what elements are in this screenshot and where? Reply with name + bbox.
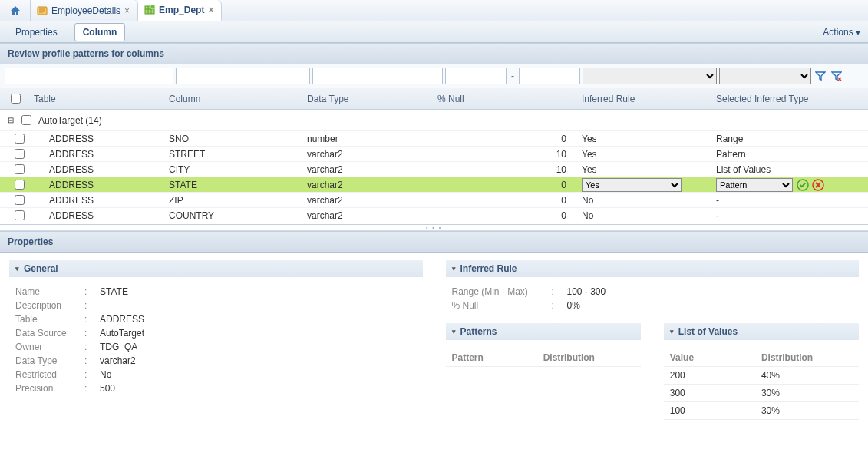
cell-inferred: Yes <box>582 164 597 175</box>
cell-column: ZIP <box>169 195 307 206</box>
filter-null-low-input[interactable] <box>445 68 507 84</box>
col-header-table[interactable]: Table <box>31 94 169 104</box>
table-row[interactable]: ADDRESSSTREETvarchar210YesPattern <box>0 146 868 161</box>
label-restricted: Restricted <box>15 369 84 380</box>
label-table: Table <box>15 314 84 325</box>
cell-inferred: No <box>582 210 593 221</box>
col-header-selected[interactable]: Selected Inferred Type <box>710 94 833 104</box>
cell-selected: Pattern <box>716 149 746 160</box>
row-checkbox[interactable] <box>15 164 25 174</box>
row-checkbox[interactable] <box>15 149 25 159</box>
col-header-column[interactable]: Column <box>169 94 307 104</box>
cell-column: COUNTRY <box>169 210 307 221</box>
label-range: Range (Min - Max) <box>452 286 552 297</box>
cell-null: 0 <box>437 195 576 206</box>
cell-dtype: number <box>307 134 437 144</box>
close-icon[interactable]: × <box>124 5 130 16</box>
table-row[interactable]: ADDRESSSNOnumber0YesRange <box>0 130 868 146</box>
cell-selected: - <box>716 195 719 206</box>
home-button[interactable] <box>0 0 31 21</box>
cell-dtype: varchar2 <box>307 195 437 206</box>
actions-menu[interactable]: Actions ▾ <box>823 27 860 38</box>
col-value: Value <box>670 352 761 363</box>
filter-inferred-select[interactable] <box>583 68 717 84</box>
col-pattern: Pattern <box>452 352 543 363</box>
filter-row: - <box>0 64 868 88</box>
splitter-handle[interactable]: • • • <box>0 225 868 231</box>
lov-row: 30030% <box>664 385 859 402</box>
table-row[interactable]: ADDRESSCOUNTRYvarchar20No- <box>0 207 868 223</box>
properties-body: General Name:STATE Description: Table:AD… <box>0 253 868 435</box>
subtab-properties[interactable]: Properties <box>8 24 65 41</box>
value-table: ADDRESS <box>100 314 144 325</box>
col-header-null[interactable]: % Null <box>437 94 576 104</box>
label-precision: Precision <box>15 383 84 394</box>
cell-table: ADDRESS <box>31 149 169 160</box>
row-checkbox[interactable] <box>15 180 25 190</box>
lov-row: 10030% <box>664 402 859 420</box>
general-panel-title[interactable]: General <box>9 260 423 277</box>
inferred-rule-select[interactable]: Yes <box>582 178 682 192</box>
cell-inferred: Yes <box>582 149 597 160</box>
value-precision: 500 <box>100 383 115 394</box>
filter-icon[interactable] <box>814 69 827 83</box>
filter-null-high-input[interactable] <box>519 68 580 84</box>
cell-dtype: varchar2 <box>307 210 437 221</box>
table-row[interactable]: ADDRESSZIPvarchar20No- <box>0 192 868 207</box>
value-pnull: 0% <box>567 300 580 311</box>
grid-body[interactable]: ⊟ AutoTarget (14) ADDRESSSNOnumber0YesRa… <box>0 110 868 225</box>
cell-column: STATE <box>169 180 307 190</box>
table-row[interactable]: ADDRESSSTATEvarchar20YesPattern <box>0 177 868 192</box>
col-header-inferred[interactable]: Inferred Rule <box>576 94 710 104</box>
group-checkbox[interactable] <box>21 115 31 125</box>
cancel-icon[interactable] <box>811 178 825 192</box>
filter-dtype-input[interactable] <box>312 68 443 84</box>
lov-panel-title[interactable]: List of Values <box>664 323 859 340</box>
tab-employee-details[interactable]: EmployeeDetails × <box>31 0 138 21</box>
row-checkbox[interactable] <box>15 210 25 220</box>
patterns-panel-title[interactable]: Patterns <box>446 323 641 340</box>
inferred-panel-title[interactable]: Inferred Rule <box>446 260 860 277</box>
lov-dist: 30% <box>761 405 853 416</box>
cell-dtype: varchar2 <box>307 180 437 190</box>
lov-row: 20040% <box>664 367 859 385</box>
row-checkbox[interactable] <box>15 195 25 205</box>
filter-column-input[interactable] <box>176 68 310 84</box>
confirm-icon[interactable] <box>796 178 810 192</box>
filter-selected-select[interactable] <box>719 68 811 84</box>
cell-column: SNO <box>169 134 307 144</box>
cell-selected: List of Values <box>716 164 771 175</box>
label-name: Name <box>15 286 84 297</box>
group-label: AutoTarget (14) <box>38 115 102 126</box>
lov-value: 200 <box>670 370 761 381</box>
value-datasource: AutoTarget <box>100 328 144 339</box>
col-header-dtype[interactable]: Data Type <box>307 94 437 104</box>
cell-inferred: Yes <box>582 134 597 144</box>
collapse-icon[interactable]: ⊟ <box>8 116 14 124</box>
filter-clear-icon[interactable] <box>830 69 843 83</box>
lov-dist: 40% <box>761 370 853 381</box>
selected-type-select[interactable]: Pattern <box>716 178 793 192</box>
cell-dtype: varchar2 <box>307 149 437 160</box>
select-all-checkbox[interactable] <box>11 94 21 104</box>
row-checkbox[interactable] <box>15 134 25 144</box>
group-row[interactable]: ⊟ AutoTarget (14) <box>0 110 868 130</box>
table-row[interactable]: ADDRESSCITYvarchar210YesList of Values <box>0 161 868 177</box>
tab-emp-dept[interactable]: Emp_Dept × <box>138 0 222 21</box>
subtab-column[interactable]: Column <box>74 23 126 41</box>
tab-label: EmployeeDetails <box>51 5 120 16</box>
tab-bar: EmployeeDetails × Emp_Dept × <box>0 0 868 21</box>
cell-null: 0 <box>437 180 576 190</box>
cell-column: STREET <box>169 149 307 160</box>
label-datasource: Data Source <box>15 328 84 339</box>
label-owner: Owner <box>15 342 84 352</box>
cell-selected: - <box>716 210 719 221</box>
subtab-bar: Properties Column Actions ▾ <box>0 21 868 43</box>
lov-value: 100 <box>670 405 761 416</box>
tab-label: Emp_Dept <box>159 5 204 15</box>
doc-icon <box>37 5 48 16</box>
close-icon[interactable]: × <box>208 5 213 15</box>
filter-table-input[interactable] <box>5 68 173 84</box>
lov-value: 300 <box>670 388 761 398</box>
cell-selected: Range <box>716 134 743 144</box>
